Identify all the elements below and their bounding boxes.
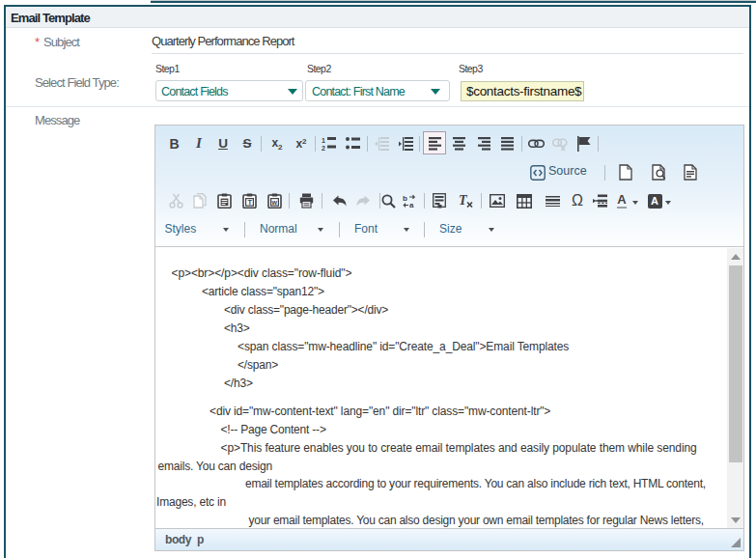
svg-text:T: T — [459, 193, 468, 208]
svg-text:T: T — [247, 198, 252, 207]
svg-text:b: b — [403, 194, 407, 203]
svg-text:a: a — [409, 201, 414, 209]
svg-text:w: w — [270, 199, 277, 206]
svg-text:1: 1 — [322, 137, 325, 144]
svg-text:2: 2 — [322, 145, 325, 152]
